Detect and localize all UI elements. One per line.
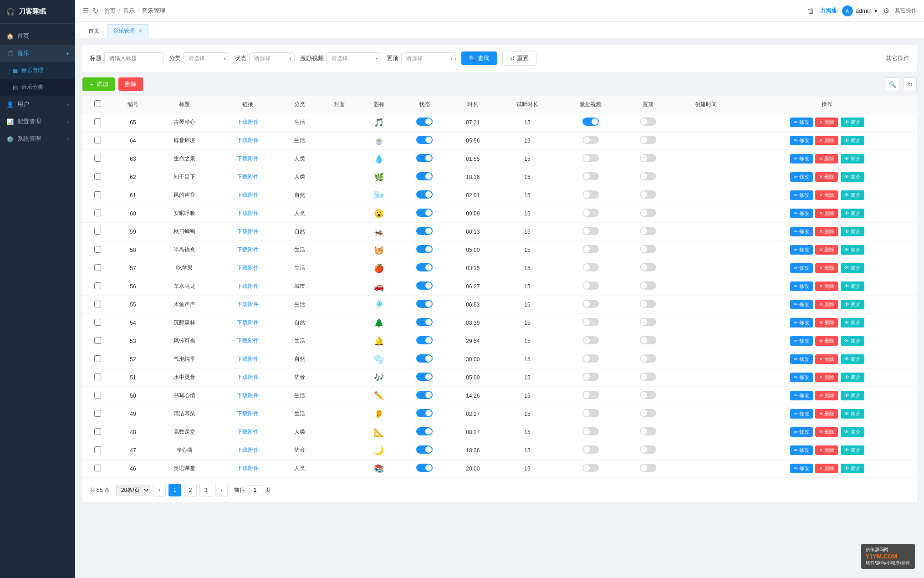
reset-button[interactable]: ↺ 重置 xyxy=(502,51,536,66)
row-top-toggle[interactable] xyxy=(640,373,656,381)
edit-button[interactable]: ✏ 修改 xyxy=(790,300,813,309)
sidebar-item-music-manage[interactable]: ▦ 音乐管理 xyxy=(0,62,75,79)
row-checkbox[interactable] xyxy=(94,155,101,162)
row-link[interactable]: 下载附件 xyxy=(237,447,259,453)
row-status-toggle[interactable] xyxy=(416,445,433,454)
row-promo-toggle[interactable] xyxy=(582,373,599,381)
edit-button[interactable]: ✏ 修改 xyxy=(790,136,813,145)
filter-category-select[interactable]: 请选择 xyxy=(184,52,229,64)
view-button[interactable]: 👁 简介 xyxy=(841,118,864,127)
batch-delete-button[interactable]: 删除 xyxy=(118,77,143,91)
row-checkbox[interactable] xyxy=(94,446,101,453)
row-promo-toggle[interactable] xyxy=(582,172,599,180)
search-icon-btn[interactable]: 🔍 xyxy=(886,77,899,91)
row-promo-toggle[interactable] xyxy=(582,190,599,199)
delete-button[interactable]: ✕ 删除 xyxy=(815,464,838,473)
refresh-icon[interactable]: ↻ xyxy=(92,6,98,15)
view-button[interactable]: 👁 简介 xyxy=(841,227,864,236)
row-promo-toggle[interactable] xyxy=(582,118,599,126)
row-checkbox[interactable] xyxy=(94,246,101,253)
add-button[interactable]: ＋ 添加 xyxy=(82,77,115,91)
page-next-btn[interactable]: › xyxy=(215,484,228,496)
row-status-toggle[interactable] xyxy=(416,118,433,126)
delete-button[interactable]: ✕ 删除 xyxy=(815,336,838,346)
filter-title-input[interactable] xyxy=(104,52,163,64)
row-link[interactable]: 下载附件 xyxy=(237,356,259,362)
row-link[interactable]: 下载附件 xyxy=(237,283,259,289)
edit-button[interactable]: ✏ 修改 xyxy=(790,464,813,473)
row-top-toggle[interactable] xyxy=(640,281,656,290)
row-link[interactable]: 下载附件 xyxy=(237,246,259,253)
view-button[interactable]: 👁 简介 xyxy=(841,190,864,200)
view-button[interactable]: 👁 简介 xyxy=(841,464,864,473)
row-link[interactable]: 下载附件 xyxy=(237,155,259,162)
row-top-toggle[interactable] xyxy=(640,245,656,253)
view-button[interactable]: 👁 简介 xyxy=(841,391,864,400)
admin-menu[interactable]: A admin ▾ xyxy=(842,5,878,16)
edit-button[interactable]: ✏ 修改 xyxy=(790,336,813,346)
row-promo-toggle[interactable] xyxy=(582,427,599,435)
view-button[interactable]: 👁 简介 xyxy=(841,318,864,327)
view-button[interactable]: 👁 简介 xyxy=(841,336,864,346)
row-checkbox[interactable] xyxy=(94,228,101,235)
row-promo-toggle[interactable] xyxy=(582,464,599,472)
row-promo-toggle[interactable] xyxy=(582,409,599,417)
row-link[interactable]: 下载附件 xyxy=(237,319,259,326)
edit-button[interactable]: ✏ 修改 xyxy=(790,373,813,382)
row-promo-toggle[interactable] xyxy=(582,154,599,162)
row-link[interactable]: 下载附件 xyxy=(237,210,259,216)
delete-button[interactable]: ✕ 删除 xyxy=(815,118,838,127)
filter-top-select[interactable]: 请选择 xyxy=(401,52,456,64)
sidebar-item-user[interactable]: 👤 用户 › xyxy=(0,96,75,113)
row-checkbox[interactable] xyxy=(94,301,101,307)
row-top-toggle[interactable] xyxy=(640,354,656,363)
sidebar-item-music[interactable]: 🎵 音乐 ▾ xyxy=(0,45,75,62)
view-button[interactable]: 👁 简介 xyxy=(841,445,864,455)
view-button[interactable]: 👁 简介 xyxy=(841,245,864,255)
row-status-toggle[interactable] xyxy=(416,427,433,435)
view-button[interactable]: 👁 简介 xyxy=(841,281,864,291)
delete-button[interactable]: ✕ 删除 xyxy=(815,409,838,419)
delete-icon[interactable]: 🗑 xyxy=(807,7,815,15)
row-status-toggle[interactable] xyxy=(416,190,433,199)
row-status-toggle[interactable] xyxy=(416,245,433,253)
edit-button[interactable]: ✏ 修改 xyxy=(790,318,813,327)
tab-close-icon[interactable]: ✕ xyxy=(138,28,143,34)
view-button[interactable]: 👁 简介 xyxy=(841,300,864,309)
delete-button[interactable]: ✕ 删除 xyxy=(815,281,838,291)
row-link[interactable]: 下载附件 xyxy=(237,301,259,307)
row-link[interactable]: 下载附件 xyxy=(237,338,259,344)
view-button[interactable]: 👁 简介 xyxy=(841,409,864,419)
row-link[interactable]: 下载附件 xyxy=(237,465,259,471)
page-3-btn[interactable]: 3 xyxy=(199,484,212,496)
row-top-toggle[interactable] xyxy=(640,209,656,217)
delete-button[interactable]: ✕ 删除 xyxy=(815,154,838,164)
delete-button[interactable]: ✕ 删除 xyxy=(815,136,838,145)
row-top-toggle[interactable] xyxy=(640,427,656,435)
view-button[interactable]: 👁 简介 xyxy=(841,263,864,273)
row-promo-toggle[interactable] xyxy=(582,391,599,399)
search-button[interactable]: 🔍 查询 xyxy=(461,51,497,65)
row-checkbox[interactable] xyxy=(94,173,101,180)
filter-status-select[interactable]: 请选择 xyxy=(249,52,295,64)
breadcrumb-music[interactable]: 音乐 xyxy=(123,7,135,15)
row-promo-toggle[interactable] xyxy=(582,336,599,344)
row-checkbox[interactable] xyxy=(94,337,101,344)
row-link[interactable]: 下载附件 xyxy=(237,192,259,198)
row-top-toggle[interactable] xyxy=(640,136,656,144)
goto-input[interactable] xyxy=(247,485,263,495)
page-prev-btn[interactable]: ‹ xyxy=(153,484,166,496)
row-promo-toggle[interactable] xyxy=(582,445,599,454)
sidebar-item-config[interactable]: 📊 配置管理 › xyxy=(0,113,75,130)
tab-home[interactable]: 首页 xyxy=(82,24,105,38)
row-top-toggle[interactable] xyxy=(640,154,656,162)
edit-button[interactable]: ✏ 修改 xyxy=(790,281,813,291)
row-status-toggle[interactable] xyxy=(416,172,433,180)
row-promo-toggle[interactable] xyxy=(582,227,599,235)
edit-button[interactable]: ✏ 修改 xyxy=(790,427,813,437)
row-top-toggle[interactable] xyxy=(640,190,656,199)
row-top-toggle[interactable] xyxy=(640,391,656,399)
row-top-toggle[interactable] xyxy=(640,300,656,308)
page-size-select[interactable]: 20条/页 50条/页 xyxy=(116,485,150,496)
row-promo-toggle[interactable] xyxy=(582,354,599,363)
